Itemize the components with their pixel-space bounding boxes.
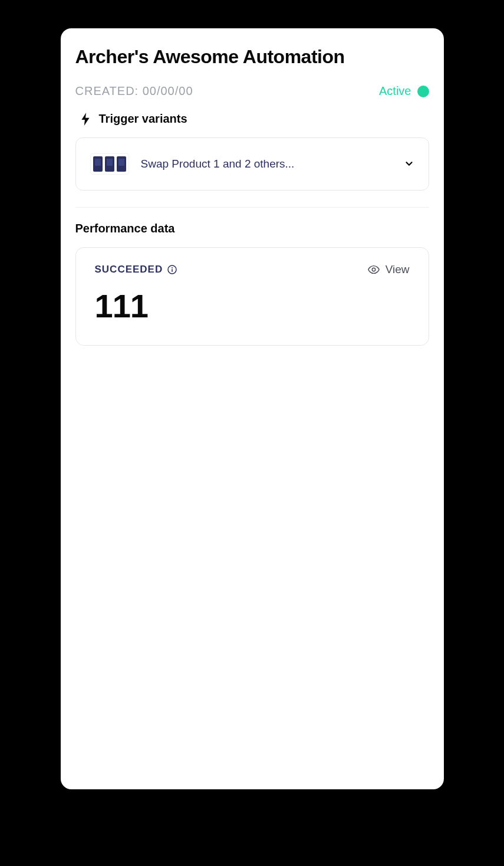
status-text: Active: [379, 84, 411, 98]
status-badge: Active: [379, 84, 429, 98]
trigger-section-title: Trigger variants: [99, 112, 187, 126]
performance-header: SUCCEEDED View: [95, 263, 410, 276]
meta-row: CREATED: 00/00/00 Active: [75, 84, 429, 98]
info-icon[interactable]: [167, 265, 177, 274]
automation-detail-card: Archer's Awesome Automation CREATED: 00/…: [61, 28, 444, 789]
svg-point-1: [172, 267, 173, 268]
variant-label: Swap Product 1 and 2 others...: [141, 158, 392, 170]
trigger-section-header: Trigger variants: [75, 112, 429, 126]
divider: [75, 207, 429, 208]
succeeded-label: SUCCEEDED: [95, 264, 163, 275]
product-thumbnails-icon: [90, 153, 129, 175]
variant-dropdown[interactable]: Swap Product 1 and 2 others...: [75, 137, 429, 191]
bolt-icon: [81, 113, 90, 126]
page-title: Archer's Awesome Automation: [75, 46, 429, 68]
chevron-down-icon: [404, 159, 414, 169]
view-button[interactable]: View: [368, 263, 410, 276]
succeeded-count: 111: [95, 287, 410, 325]
created-label: CREATED: 00/00/00: [75, 84, 193, 98]
succeeded-label-wrap: SUCCEEDED: [95, 264, 177, 275]
status-dot-icon: [417, 86, 429, 97]
performance-section-title: Performance data: [75, 222, 429, 235]
view-label: View: [386, 263, 410, 276]
performance-card: SUCCEEDED View 111: [75, 247, 429, 346]
svg-rect-2: [172, 269, 173, 272]
svg-point-3: [372, 268, 375, 271]
eye-icon: [368, 264, 380, 275]
